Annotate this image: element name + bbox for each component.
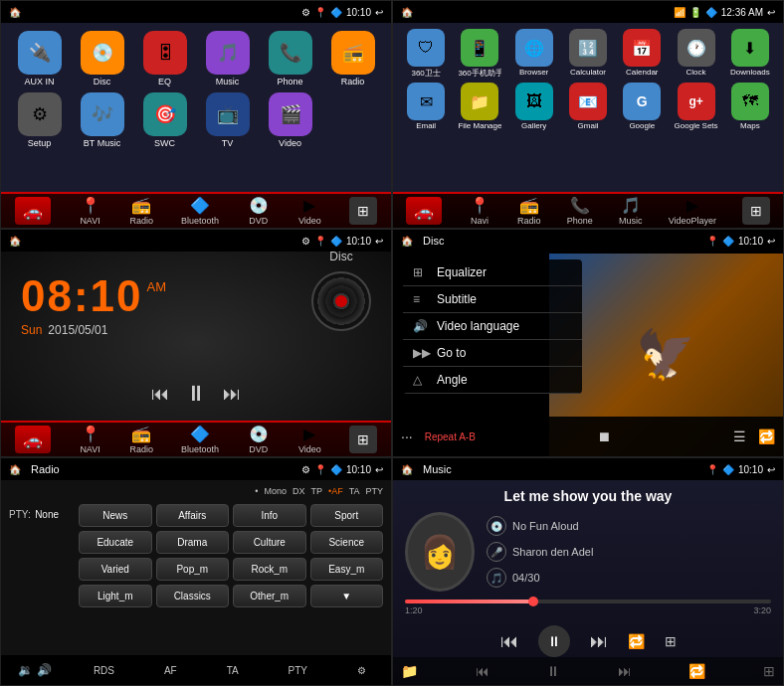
radio-btn-news[interactable]: News <box>79 504 152 527</box>
app2-gplus[interactable]: g+ Google Sets <box>671 83 720 130</box>
ta-button[interactable]: TA <box>219 661 247 680</box>
vol-up-icon[interactable]: 🔊 <box>37 663 52 677</box>
nav3-radio[interactable]: 📻 Radio <box>129 426 153 454</box>
app-tv[interactable]: 📺 TV <box>199 92 256 148</box>
app2-maps[interactable]: 🗺 Maps <box>725 83 775 130</box>
radio-btn-info[interactable]: Info <box>233 504 306 527</box>
radio-btn-popm[interactable]: Pop_m <box>156 558 230 581</box>
stop-button[interactable]: ⏹ <box>597 429 611 444</box>
radio-btn-drama[interactable]: Drama <box>156 531 230 554</box>
settings-button-radio[interactable]: ⚙ <box>349 661 374 680</box>
player-controls: ··· Repeat A-B ⏹ ☰ 🔁 <box>393 417 783 456</box>
nav2-music[interactable]: 🎵 Music <box>619 197 643 226</box>
app-music[interactable]: 🎵 Music <box>199 31 256 86</box>
radio-btn-science[interactable]: Science <box>310 531 384 554</box>
radio-btn-rockm[interactable]: Rock_m <box>233 558 306 581</box>
app2-calendar[interactable]: 📅 Calendar <box>617 29 667 79</box>
prev-button[interactable]: ⏮ <box>151 384 169 405</box>
nav2-phone[interactable]: 📞 Phone <box>567 197 593 226</box>
app-aux-in[interactable]: 🔌 AUX IN <box>11 31 68 86</box>
grid-button-2[interactable]: ⊞ <box>742 197 770 225</box>
radio-btn-affairs[interactable]: Affairs <box>156 504 230 527</box>
nav-dvd[interactable]: 💿 DVD <box>247 197 271 226</box>
app2-google[interactable]: G Google <box>617 83 667 130</box>
grid-button-3[interactable]: ⊞ <box>349 426 377 453</box>
radio-btn-otherm[interactable]: Other_m <box>233 585 306 607</box>
folder-icon[interactable]: 📁 <box>401 663 418 679</box>
radio-btn-down[interactable]: ▼ <box>310 585 384 607</box>
app-eq[interactable]: 🎛 EQ <box>136 31 193 86</box>
artist2-row: 🎤 Sharon den Adel <box>487 542 771 562</box>
nav3-video[interactable]: ▶ Video <box>297 426 321 454</box>
nav2-navi[interactable]: 📍 Navi <box>468 197 491 226</box>
nav3-bt[interactable]: 🔷 Bluetooth <box>181 426 219 454</box>
menu-goto[interactable]: ▶▶ Go to <box>403 340 582 367</box>
app-setup[interactable]: ⚙ Setup <box>11 92 68 148</box>
nav2-video[interactable]: ▶ VideoPlayer <box>669 197 716 226</box>
rds-button[interactable]: RDS <box>86 661 122 680</box>
app2-clock[interactable]: 🕐 Clock <box>671 29 720 79</box>
track-label: 04/30 <box>512 572 540 584</box>
grid-button[interactable]: ⊞ <box>349 197 377 225</box>
nav-navi[interactable]: 📍 NAVI <box>79 197 102 226</box>
pty-button[interactable]: PTY <box>281 661 315 680</box>
music-bottom-repeat[interactable]: 🔁 <box>688 663 705 679</box>
app2-filemgr[interactable]: 📁 File Manager <box>455 83 504 130</box>
home-button-2[interactable]: 🚗 <box>406 197 442 225</box>
nav-radio[interactable]: 📻 Radio <box>129 197 153 226</box>
music-play-pause[interactable]: ⏸ <box>538 625 570 657</box>
menu-angle[interactable]: △ Angle <box>403 367 582 394</box>
time-display-6: 10:10 <box>738 464 763 475</box>
radio-btn-varied[interactable]: Varied <box>79 558 152 581</box>
home-button[interactable]: 🚗 <box>15 197 51 225</box>
music-next[interactable]: ⏭ <box>590 631 608 652</box>
app2-calc[interactable]: 🔢 Calculator <box>563 29 613 79</box>
app2-downloads[interactable]: ⬇ Downloads <box>725 29 775 79</box>
music-bottom-prev[interactable]: ⏮ <box>476 663 490 679</box>
app2-gallery[interactable]: 🖼 Gallery <box>509 83 559 130</box>
list-button[interactable]: ☰ <box>733 429 746 444</box>
app2-gallery-label: Gallery <box>521 121 546 130</box>
nav-video[interactable]: ▶ Video <box>297 197 321 226</box>
next-button[interactable]: ⏭ <box>223 384 241 405</box>
app2-gmail[interactable]: 📧 Gmail <box>563 83 613 130</box>
radio-btn-easym[interactable]: Easy_m <box>310 558 384 581</box>
menu-video-lang[interactable]: 🔊 Video language <box>403 313 582 340</box>
radio-btn-lightm[interactable]: Light_m <box>79 585 152 607</box>
music-bottom-play[interactable]: ⏸ <box>546 663 560 679</box>
nav3-navi[interactable]: 📍 NAVI <box>79 426 102 454</box>
repeat-button[interactable]: 🔁 <box>758 429 775 444</box>
app-grid-2: 🛡 360卫士 📱 360手机助手 🌐 Browser 🔢 Calculator… <box>393 23 783 136</box>
music-bottom-list[interactable]: ⊞ <box>763 663 775 679</box>
app2-email[interactable]: ✉ Email <box>401 83 451 130</box>
app2-browser[interactable]: 🌐 Browser <box>509 29 559 79</box>
music-menu[interactable]: ⊞ <box>665 633 677 649</box>
af-button[interactable]: AF <box>156 661 185 680</box>
app-video[interactable]: 🎬 Video <box>262 92 318 148</box>
play-pause-button[interactable]: ⏸ <box>185 381 207 407</box>
music-bottom-next[interactable]: ⏭ <box>618 663 632 679</box>
radio-btn-educate[interactable]: Educate <box>79 531 152 554</box>
app-disc[interactable]: 💿 Disc <box>74 31 130 86</box>
nav2-radio[interactable]: 📻 Radio <box>517 197 541 226</box>
radio-btn-culture[interactable]: Culture <box>233 531 306 554</box>
app2-360ws[interactable]: 🛡 360卫士 <box>401 29 451 79</box>
menu-equalizer[interactable]: ⊞ Equalizer <box>403 259 582 286</box>
music-repeat[interactable]: 🔁 <box>628 633 645 649</box>
vol-down-icon[interactable]: 🔉 <box>18 663 33 677</box>
nav2-navi-label: Navi <box>471 216 489 226</box>
nav-bluetooth[interactable]: 🔷 Bluetooth <box>181 197 219 226</box>
radio-btn-classics[interactable]: Classics <box>156 585 230 607</box>
home-button-3[interactable]: 🚗 <box>15 426 51 453</box>
app-bt-music[interactable]: 🎶 BT Music <box>74 92 130 148</box>
progress-bar[interactable] <box>405 600 771 603</box>
radio-btn-sport[interactable]: Sport <box>310 504 384 527</box>
menu-button[interactable]: ··· <box>401 429 413 444</box>
menu-subtitle[interactable]: ≡ Subtitle <box>403 286 582 313</box>
music-prev[interactable]: ⏮ <box>500 631 518 652</box>
app2-360zs[interactable]: 📱 360手机助手 <box>455 29 504 79</box>
app-radio[interactable]: 📻 Radio <box>324 31 381 86</box>
app-swc[interactable]: 🎯 SWC <box>136 92 193 148</box>
nav3-dvd[interactable]: 💿 DVD <box>247 426 271 454</box>
app-phone[interactable]: 📞 Phone <box>262 31 318 86</box>
